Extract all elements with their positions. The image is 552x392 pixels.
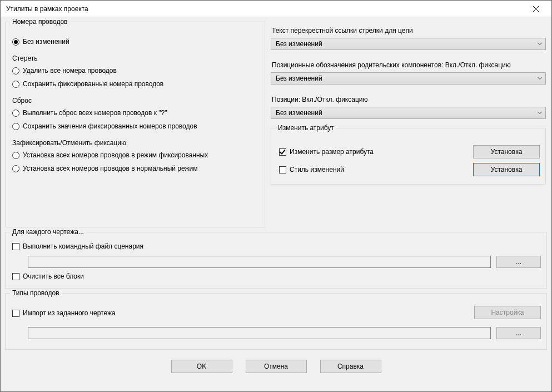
- check-label: Изменить размер атрибута: [290, 148, 374, 156]
- radio-icon: [12, 152, 19, 159]
- run-script-check[interactable]: Выполнить командный файл сценария: [12, 242, 541, 250]
- radio-label: Установка всех номеров проводов в нормал…: [23, 165, 198, 172]
- checkbox-icon: [12, 243, 19, 250]
- titlebar: Утилиты в рамках проекта: [1, 1, 551, 17]
- wire-types-group: Типы проводов Импорт из заданного чертеж…: [5, 293, 547, 350]
- wiretypes-setup-button: Настройка: [474, 306, 541, 319]
- chevron-down-icon: [538, 77, 542, 80]
- foreach-drawing-group: Для каждого чертежа... Выполнить командн…: [5, 232, 547, 289]
- left-column: Номера проводов Без изменений Стереть Уд…: [5, 22, 265, 232]
- check-label: Импорт из заданного чертежа: [23, 309, 116, 317]
- import-from-drawing-check[interactable]: Импорт из заданного чертежа: [12, 309, 474, 317]
- cancel-button[interactable]: Отмена: [246, 360, 307, 373]
- style-setup-button[interactable]: Установка: [473, 163, 540, 176]
- radio-set-all-normal[interactable]: Установка всех номеров проводов в нормал…: [12, 165, 259, 172]
- script-path-input[interactable]: [28, 256, 491, 268]
- erase-label: Стереть: [12, 54, 259, 62]
- checkbox-icon: [12, 310, 19, 317]
- radio-keep-fixed-values[interactable]: Сохранить значения фиксированных номеров…: [12, 122, 259, 130]
- style-change-check[interactable]: Стиль изменений: [279, 166, 473, 173]
- close-icon: [533, 6, 539, 12]
- dialog-buttons: OK Отмена Справка: [5, 354, 547, 373]
- resize-setup-button[interactable]: Установка: [473, 145, 540, 158]
- import-path-input[interactable]: [28, 327, 491, 339]
- change-attribute-legend: Изменить атрибут: [276, 124, 336, 132]
- wire-types-legend: Типы проводов: [10, 289, 62, 297]
- attr-style-row: Стиль изменений Установка: [279, 163, 540, 176]
- radio-icon: [12, 110, 19, 117]
- xref-label: Текст перекрестной ссылки стрелки для це…: [272, 27, 546, 34]
- checkbox-icon: [279, 148, 286, 156]
- close-button[interactable]: [525, 1, 547, 17]
- wire-numbers-group: Номера проводов Без изменений Стереть Уд…: [5, 22, 265, 227]
- ok-button[interactable]: OK: [171, 360, 232, 373]
- check-label: Стиль изменений: [290, 166, 344, 173]
- radio-no-change[interactable]: Без изменений: [12, 38, 259, 46]
- radio-label: Выполнить сброс всех номеров проводов к …: [23, 109, 167, 117]
- script-path-row: ...: [28, 256, 541, 268]
- check-label: Очистить все блоки: [23, 272, 84, 280]
- chevron-down-icon: [538, 43, 542, 46]
- attr-resize-row: Изменить размер атрибута Установка: [279, 145, 540, 158]
- checkbox-icon: [279, 166, 286, 173]
- combo-value: Без изменений: [276, 75, 322, 82]
- radio-set-all-fixed[interactable]: Установка всех номеров проводов в режим …: [12, 151, 259, 159]
- foreach-legend: Для каждого чертежа...: [10, 228, 86, 236]
- dialog-window: Утилиты в рамках проекта Номера проводов…: [0, 0, 552, 392]
- purge-blocks-check[interactable]: Очистить все блоки: [12, 272, 541, 280]
- reset-label: Сброс: [12, 97, 259, 105]
- radio-label: Сохранить значения фиксированных номеров…: [23, 122, 197, 130]
- import-path-row: ...: [28, 327, 541, 339]
- radio-icon: [12, 123, 19, 130]
- positions-combo[interactable]: Без изменений: [271, 107, 546, 119]
- import-row: Импорт из заданного чертежа Настройка: [11, 306, 541, 319]
- help-button[interactable]: Справка: [320, 360, 381, 373]
- fix-label: Зафиксировать/Отменить фиксацию: [12, 139, 259, 147]
- radio-icon: [12, 165, 19, 172]
- radio-keep-fixed[interactable]: Сохранить фиксированные номера проводов: [12, 80, 259, 88]
- radio-erase-all[interactable]: Удалить все номера проводов: [12, 67, 259, 75]
- resize-attribute-check[interactable]: Изменить размер атрибута: [279, 148, 473, 156]
- radio-label: Сохранить фиксированные номера проводов: [23, 80, 163, 88]
- parent-combo[interactable]: Без изменений: [271, 72, 546, 85]
- right-column: Текст перекрестной ссылки стрелки для це…: [271, 22, 547, 232]
- parent-label: Позиционные обозначения родительских ком…: [272, 61, 546, 69]
- xref-combo[interactable]: Без изменений: [271, 38, 546, 50]
- chevron-down-icon: [538, 112, 542, 115]
- radio-reset-all[interactable]: Выполнить сброс всех номеров проводов к …: [12, 109, 259, 117]
- positions-label: Позиции: Вкл./Откл. фиксацию: [272, 96, 546, 103]
- radio-icon: [12, 81, 19, 88]
- wire-numbers-legend: Номера проводов: [10, 18, 70, 26]
- check-label: Выполнить командный файл сценария: [23, 242, 143, 250]
- radio-label: Установка всех номеров проводов в режим …: [23, 151, 208, 159]
- dialog-body: Номера проводов Без изменений Стереть Уд…: [1, 17, 551, 391]
- radio-label: Удалить все номера проводов: [23, 67, 117, 75]
- top-row: Номера проводов Без изменений Стереть Уд…: [5, 22, 547, 232]
- window-title: Утилиты в рамках проекта: [6, 5, 88, 13]
- radio-icon: [12, 38, 19, 46]
- combo-value: Без изменений: [276, 109, 322, 117]
- import-browse-button[interactable]: ...: [496, 327, 541, 339]
- change-attribute-group: Изменить атрибут Изменить размер атрибут…: [271, 128, 546, 185]
- combo-value: Без изменений: [276, 40, 322, 48]
- script-browse-button[interactable]: ...: [496, 256, 541, 268]
- checkbox-icon: [12, 273, 19, 280]
- radio-label: Без изменений: [23, 38, 69, 46]
- radio-icon: [12, 67, 19, 75]
